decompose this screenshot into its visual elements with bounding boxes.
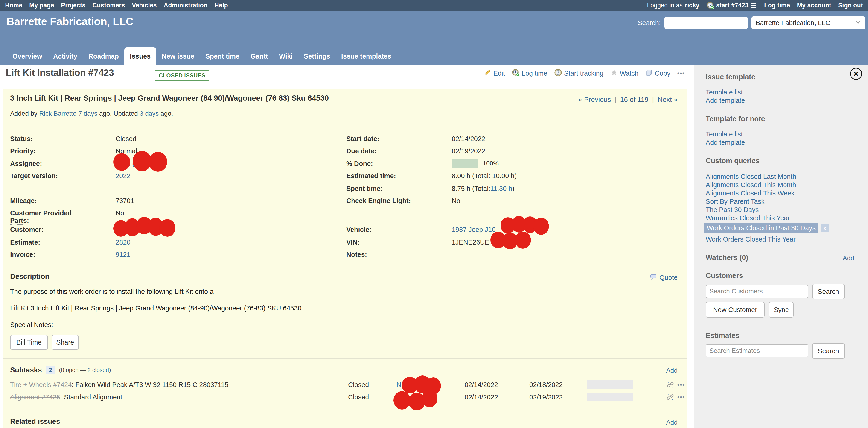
target-version-link[interactable]: 2022: [116, 172, 130, 180]
issue-template-heading: Issue template: [706, 73, 755, 81]
custom-query-link[interactable]: Warranties Closed This Year: [706, 215, 790, 222]
spent-time-total-link[interactable]: 11.30 h: [490, 185, 512, 193]
added-ago-link[interactable]: 7 days: [78, 110, 97, 117]
vehicle-link[interactable]: 1987 Jeep J10 -: [452, 226, 500, 233]
subtask-link[interactable]: Tire + Wheels #7424: [10, 381, 72, 388]
closed-subtasks-link[interactable]: 2 closed: [88, 367, 109, 373]
subtask-status: Closed: [348, 391, 369, 403]
start-tracking-issue-link[interactable]: start #7423: [706, 2, 757, 9]
divider: [3, 262, 687, 262]
add-template-link[interactable]: Add template: [706, 139, 745, 146]
menu-administration[interactable]: Administration: [164, 2, 208, 9]
custom-query-selected[interactable]: Work Orders Closed in Past 30 Days x: [704, 223, 829, 233]
share-button[interactable]: Share: [52, 335, 79, 350]
search-customers-input[interactable]: [706, 285, 808, 298]
custom-query-link[interactable]: Work Orders Closed This Year: [706, 235, 796, 243]
menu-my-page[interactable]: My page: [29, 2, 54, 9]
watch-button[interactable]: Watch: [610, 69, 639, 78]
tab-roadmap[interactable]: Roadmap: [83, 48, 124, 64]
quote-icon: [650, 273, 657, 282]
more-actions-button[interactable]: •••: [677, 70, 685, 77]
tab-wiki[interactable]: Wiki: [274, 48, 298, 64]
add-template-link[interactable]: Add template: [706, 97, 745, 105]
subtask-more-button[interactable]: •••: [677, 391, 685, 403]
pencil-icon: [484, 69, 491, 78]
start-tracking-button[interactable]: Start tracking: [554, 69, 603, 78]
unlink-icon[interactable]: [666, 393, 674, 403]
tab-new-issue[interactable]: New issue: [156, 48, 200, 64]
bill-time-button[interactable]: Bill Time: [10, 335, 48, 350]
subtask-progress-bar: [587, 393, 633, 401]
custom-query-link[interactable]: Sort By Parent Task: [706, 198, 765, 205]
remove-query-icon[interactable]: x: [820, 224, 829, 232]
estimate-link[interactable]: 2820: [116, 238, 130, 246]
custom-query-link[interactable]: The Past 30 Days: [706, 206, 759, 213]
unlink-icon[interactable]: [666, 381, 674, 390]
search-estimates-button[interactable]: Search: [812, 343, 845, 359]
search-customers-button[interactable]: Search: [812, 284, 845, 299]
log-time-link[interactable]: Log time: [764, 2, 790, 9]
previous-link[interactable]: « Previous: [578, 96, 611, 104]
custom-query-link[interactable]: Alignments Closed Last Month: [706, 173, 796, 180]
subtask-row: Alignment #7425: Standard Alignment Clos…: [3, 391, 687, 403]
menu-vehicles[interactable]: Vehicles: [132, 2, 157, 9]
subtask-more-button[interactable]: •••: [677, 378, 685, 391]
project-title[interactable]: Barrette Fabrication, LLC: [6, 15, 133, 28]
tab-activity[interactable]: Activity: [48, 48, 83, 64]
custom-query-link[interactable]: Alignments Closed This Week: [706, 190, 795, 197]
custom-query-link[interactable]: Alignments Closed This Month: [706, 181, 796, 189]
invoice-link[interactable]: 9121: [116, 251, 130, 258]
redaction-blob: [533, 218, 549, 235]
attr-notes: Notes:: [346, 251, 452, 258]
log-time-button[interactable]: Log time: [512, 69, 547, 78]
header-search-area: Search: Barrette Fabrication, LLC: [638, 17, 865, 29]
pagination-separator: |: [615, 96, 617, 104]
subtask-link[interactable]: Alignment #7425: [10, 393, 60, 401]
quote-action[interactable]: Quote: [650, 273, 678, 282]
menu-help[interactable]: Help: [214, 2, 228, 9]
attr-vehicle: Vehicle:1987 Jeep J10 -: [346, 226, 500, 233]
add-related-issue-link[interactable]: Add: [666, 419, 678, 426]
sync-button[interactable]: Sync: [769, 302, 794, 318]
edit-button[interactable]: Edit: [484, 69, 505, 78]
tab-issue-templates[interactable]: Issue templates: [336, 48, 397, 64]
subtask-progress-bar: [587, 380, 633, 389]
subtasks-heading: Subtasks: [10, 366, 42, 374]
top-menu-right: Logged in as ricky start #7423 Log time …: [642, 2, 868, 9]
issue-pagination: « Previous | 16 of 119 | Next »: [578, 96, 678, 104]
copy-button[interactable]: Copy: [645, 69, 671, 78]
sign-out-link[interactable]: Sign out: [838, 2, 863, 9]
close-icon[interactable]: ✕: [850, 68, 862, 80]
clock-plus-icon: [512, 69, 520, 78]
updated-ago-link[interactable]: 3 days: [140, 110, 159, 117]
my-account-link[interactable]: My account: [797, 2, 831, 9]
current-user[interactable]: ricky: [685, 2, 700, 9]
tracking-menu-icon[interactable]: [750, 2, 757, 9]
next-link[interactable]: Next »: [657, 96, 678, 104]
redaction-blob: [159, 219, 176, 237]
new-customer-button[interactable]: New Customer: [706, 302, 765, 318]
clock-plus-icon: [706, 2, 714, 9]
tab-gantt[interactable]: Gantt: [245, 48, 274, 64]
menu-home[interactable]: Home: [5, 2, 22, 9]
author-link[interactable]: Rick Barrette: [39, 110, 76, 117]
menu-projects[interactable]: Projects: [61, 2, 86, 9]
subtask-assignee[interactable]: N: [397, 378, 401, 391]
subtasks-header: Subtasks 2 (0 open — 2 closed): [10, 366, 111, 374]
tab-settings[interactable]: Settings: [298, 48, 336, 64]
add-subtask-link[interactable]: Add: [666, 367, 678, 374]
search-input[interactable]: [664, 17, 748, 29]
tab-spent-time[interactable]: Spent time: [200, 48, 245, 64]
tab-overview[interactable]: Overview: [7, 48, 48, 64]
template-list-link[interactable]: Template list: [706, 131, 743, 138]
add-watcher-link[interactable]: Add: [843, 254, 854, 262]
search-estimates-input[interactable]: [706, 344, 808, 358]
description-heading: Description: [10, 273, 50, 281]
redaction-blob: [394, 391, 410, 409]
subtask-status: Closed: [348, 378, 369, 391]
project-select[interactable]: Barrette Fabrication, LLC: [751, 17, 865, 29]
template-list-link[interactable]: Template list: [706, 88, 743, 96]
menu-customers[interactable]: Customers: [93, 2, 125, 9]
tab-issues[interactable]: Issues: [124, 48, 156, 64]
main-tabs: Overview Activity Roadmap Issues New iss…: [7, 48, 397, 64]
